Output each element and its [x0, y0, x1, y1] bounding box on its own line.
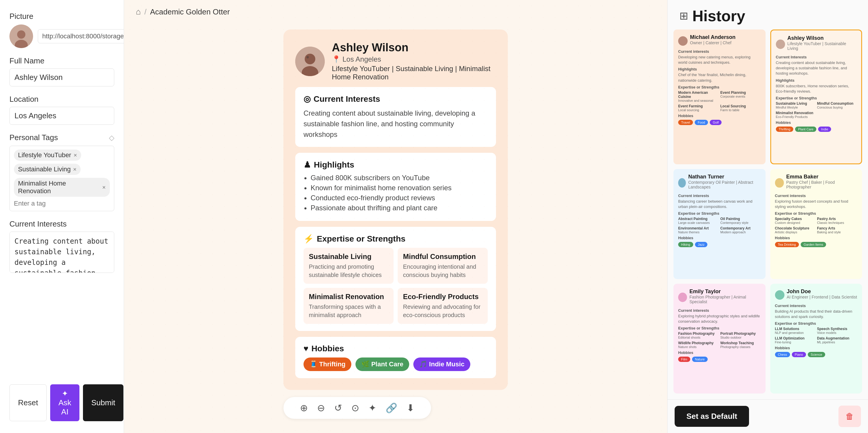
highlight-item: Passionate about thrifting and plant car…: [311, 204, 488, 212]
tag-remove-youtube[interactable]: ×: [73, 152, 77, 159]
set-default-button[interactable]: Set as Default: [675, 406, 749, 427]
delete-button[interactable]: 🗑: [838, 406, 861, 427]
emily-hobby-film: Film: [678, 357, 690, 362]
card-header: Ashley Wilson 📍 Los Angeles Lifestyle Yo…: [295, 41, 496, 81]
emily-name: Emily Taylor: [689, 289, 761, 295]
svg-point-6: [306, 56, 309, 58]
card-interests-section: ◎ Current Interests Creating content abo…: [295, 87, 496, 147]
strength-item-minimalist: Minimalist Renovation Transforming space…: [304, 288, 394, 324]
download-button[interactable]: ⬇: [407, 402, 414, 413]
card-name: Ashley Wilson: [332, 41, 496, 54]
emily-hobby-nature: Nature: [692, 357, 708, 362]
link-button[interactable]: 🔗: [385, 402, 397, 413]
location-section: Location: [9, 95, 114, 125]
highlights-icon: ♟: [304, 160, 311, 170]
svg-point-4: [305, 54, 315, 64]
michael-avatar: [678, 36, 688, 46]
picture-row: [9, 25, 114, 48]
target-button[interactable]: ⊙: [351, 402, 359, 413]
bottom-buttons: Reset ✦ Ask AI Submit: [9, 378, 114, 421]
tag-remove-minimalist[interactable]: ×: [102, 184, 106, 191]
strength-item-mindful: Mindful Consumption Encouraging intentio…: [398, 248, 488, 284]
zoom-out-button[interactable]: ⊖: [317, 402, 325, 413]
emily-avatar: [678, 293, 687, 302]
history-card-nathan[interactable]: Nathan Turner Contemporary Oil Painter |…: [674, 169, 766, 279]
history-card-emma[interactable]: Emma Baker Pastry Chef | Baker | Food Ph…: [770, 169, 862, 279]
eyedrop-button[interactable]: ✦: [368, 402, 376, 413]
card-tags: Lifestyle YouTuber | Sustainable Living …: [332, 65, 496, 81]
page-title: Academic Golden Otter: [150, 7, 230, 16]
history-card-michael[interactable]: Michael Anderson Owner | Caterer | Chef …: [674, 30, 766, 164]
john-hobby-chess: Chess: [775, 352, 790, 357]
tag-label-sustainable: Sustainable Living: [18, 165, 71, 173]
history-card-emily[interactable]: Emily Taylor Fashion Photographer | Anim…: [674, 284, 766, 394]
tag-input[interactable]: [14, 200, 49, 207]
hobbies-row: 🧵 Thrifting 🌿 Plant Care 🎵 Indie Music: [304, 358, 488, 371]
strength-item-eco: Eco-Friendly Products Reviewing and advo…: [398, 288, 488, 324]
reset-button[interactable]: Reset: [9, 384, 46, 421]
zoom-in-button[interactable]: ⊕: [300, 402, 308, 413]
card-toolbar: ⊕ ⊖ ↺ ⊙ ✦ 🔗 ⬇: [283, 397, 431, 419]
emma-sub: Pastry Chef | Baker | Food Photographer: [786, 180, 857, 189]
interests-label: Current Interests: [9, 220, 114, 229]
tags-label: Personal Tags: [9, 133, 58, 142]
highlight-item: Gained 800K subscribers on YouTube: [311, 174, 488, 182]
nathan-avatar: [678, 178, 686, 188]
tag-chip-youtube: Lifestyle YouTuber ×: [14, 149, 81, 161]
history-title: History: [692, 7, 745, 25]
tag-label-minimalist: Minimalist Home Renovation: [18, 179, 100, 195]
grid-icon: ⊞: [679, 10, 688, 22]
history-card-ashley[interactable]: Ashley Wilson Lifestyle YouTuber | Susta…: [770, 30, 862, 164]
ashley-hobby-thrifting: Thrifting: [776, 127, 794, 132]
history-grid: Michael Anderson Owner | Caterer | Chef …: [668, 30, 868, 399]
highlight-item: Conducted eco-friendly product reviews: [311, 194, 488, 202]
emma-hobby-garden: Garden Items: [801, 242, 826, 247]
interests-textarea[interactable]: Creating content about sustainable livin…: [9, 232, 114, 273]
left-panel: Picture Full Name Location Personal Tags…: [0, 0, 124, 433]
hobby-music: 🎵 Indie Music: [413, 358, 470, 371]
center-panel: ⌂ / Academic Golden Otter Ashley Wilson: [124, 0, 667, 433]
refresh-button[interactable]: ↺: [334, 402, 342, 413]
john-sub: AI Engineer | Frontend | Data Scientist: [787, 295, 857, 299]
picture-label: Picture: [9, 12, 114, 21]
tag-remove-sustainable[interactable]: ×: [73, 166, 77, 173]
tags-settings-icon[interactable]: ◇: [109, 134, 114, 142]
tag-chip-sustainable: Sustainable Living ×: [14, 164, 81, 175]
submit-button[interactable]: Submit: [83, 384, 123, 421]
hobby-thrifting: 🧵 Thrifting: [304, 358, 351, 371]
card-avatar: [295, 46, 325, 76]
card-hobbies-section: ♥ Hobbies 🧵 Thrifting 🌿 Plant Care 🎵 Ind…: [295, 337, 496, 378]
avatar: [9, 25, 33, 48]
right-bottom-bar: Set as Default 🗑: [668, 399, 868, 433]
john-avatar-row: John Doe AI Engineer | Frontend | Data S…: [775, 289, 858, 302]
history-card-john[interactable]: John Doe AI Engineer | Frontend | Data S…: [770, 284, 862, 394]
highlights-list: Gained 800K subscribers on YouTube Known…: [304, 174, 488, 212]
ask-ai-button[interactable]: ✦ Ask AI: [50, 384, 80, 421]
ashley-sub: Lifestyle YouTuber | Sustainable Living: [787, 41, 857, 51]
home-icon[interactable]: ⌂: [136, 7, 141, 16]
interests-section-title: ◎ Current Interests: [304, 94, 488, 104]
location-input[interactable]: [9, 107, 114, 125]
strength-item-sustainable: Sustainable Living Practicing and promot…: [304, 248, 394, 284]
emma-hobby-tea: Tea Drinking: [775, 242, 799, 247]
highlight-item: Known for minimalist home renovation ser…: [311, 184, 488, 192]
michael-hobby-travel: Travel: [678, 120, 693, 125]
profile-card-container: Ashley Wilson 📍 Los Angeles Lifestyle Yo…: [283, 30, 508, 419]
profile-card: Ashley Wilson 📍 Los Angeles Lifestyle Yo…: [283, 30, 508, 390]
interests-icon: ◎: [304, 94, 311, 104]
strengths-grid: Sustainable Living Practicing and promot…: [304, 248, 488, 324]
john-hobby-science: Science: [808, 352, 825, 357]
tags-box: Lifestyle YouTuber × Sustainable Living …: [9, 146, 114, 211]
nathan-name: Nathan Turner: [688, 174, 761, 180]
nathan-sub: Contemporary Oil Painter | Abstract Land…: [688, 180, 761, 189]
emma-name: Emma Baker: [786, 174, 857, 180]
breadcrumb-separator: /: [144, 7, 147, 16]
hobby-plantcare: 🌿 Plant Care: [355, 358, 409, 371]
hobbies-icon: ♥: [304, 344, 309, 353]
interests-section: Current Interests Creating content about…: [9, 220, 114, 273]
location-pin-icon: 📍: [332, 55, 341, 63]
full-name-input[interactable]: [9, 68, 114, 87]
michael-name: Michael Anderson: [690, 34, 736, 40]
picture-url-input[interactable]: [38, 29, 124, 43]
strengths-icon: ⚡: [304, 234, 314, 244]
